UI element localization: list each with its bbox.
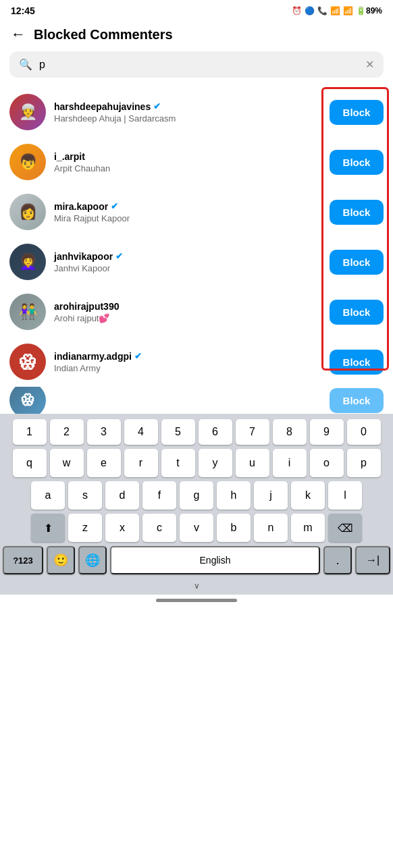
list-item: 👫 arohirajput390 Arohi rajput💕 Block (0, 287, 393, 337)
user-handle: janhvikapoor ✔ (54, 251, 321, 262)
emoji-key[interactable]: 🙂 (47, 546, 75, 574)
search-bar: 🔍 ✕ (9, 51, 384, 78)
key-g[interactable]: g (180, 481, 213, 510)
key-u[interactable]: u (236, 449, 269, 477)
key-2[interactable]: 2 (50, 419, 84, 445)
key-r[interactable]: r (124, 449, 158, 477)
key-3[interactable]: 3 (87, 419, 121, 445)
key-8[interactable]: 8 (273, 419, 307, 445)
key-p[interactable]: p (347, 449, 381, 477)
key-n[interactable]: n (254, 514, 288, 542)
list-item: 👳 harshdeepahujavines ✔ Harshdeep Ahuja … (0, 87, 393, 137)
block-button[interactable]: Block (330, 150, 384, 175)
key-6[interactable]: 6 (199, 419, 232, 445)
block-button[interactable]: Block (330, 250, 384, 275)
keyboard-bottom-bar: ∨ (3, 577, 390, 592)
user-info: janhvikapoor ✔ Janhvi Kapoor (54, 251, 321, 273)
key-5[interactable]: 5 (161, 419, 195, 445)
list-item: 🏵 indianarmy.adgpi ✔ Indian Army Block (0, 337, 393, 387)
status-icons: ⏰ 🔵 📞 📶 📶 🔋89% (292, 6, 382, 16)
avatar: 👦 (9, 144, 46, 180)
verified-badge: ✔ (111, 201, 118, 211)
block-button[interactable]: Block (330, 388, 384, 413)
clear-search-button[interactable]: ✕ (365, 58, 374, 71)
block-button[interactable]: Block (330, 300, 384, 325)
back-button[interactable]: ← (11, 26, 26, 43)
home-indicator (156, 599, 237, 602)
user-info: harshdeepahujavines ✔ Harshdeep Ahuja | … (54, 101, 321, 124)
user-display-name: Indian Army (54, 363, 321, 373)
status-time: 12:45 (11, 5, 35, 16)
keyboard: 1 2 3 4 5 6 7 8 9 0 q w e r t y u i o p … (0, 414, 393, 595)
block-button[interactable]: Block (330, 350, 384, 375)
key-9[interactable]: 9 (310, 419, 344, 445)
letter-row-2: a s d f g h j k l (3, 481, 390, 510)
verified-badge: ✔ (153, 101, 161, 111)
user-list: 👳 harshdeepahujavines ✔ Harshdeep Ahuja … (0, 87, 393, 414)
enter-key[interactable]: →| (355, 546, 390, 574)
key-o[interactable]: o (310, 449, 344, 477)
avatar: 👩‍🦱 (9, 244, 46, 280)
letter-row-1: q w e r t y u i o p (3, 449, 390, 477)
key-i[interactable]: i (273, 449, 307, 477)
key-z[interactable]: z (68, 514, 102, 542)
key-s[interactable]: s (68, 481, 102, 510)
user-info: arohirajput390 Arohi rajput💕 (54, 301, 321, 323)
call-icon: 📞 (317, 6, 328, 16)
signal-icon: 📶 (343, 6, 353, 16)
key-h[interactable]: h (217, 481, 251, 510)
key-v[interactable]: v (180, 514, 213, 542)
key-0[interactable]: 0 (347, 419, 381, 445)
wifi-icon: 📶 (330, 6, 340, 16)
key-q[interactable]: q (13, 449, 47, 477)
space-key[interactable]: English (110, 546, 320, 574)
key-m[interactable]: m (291, 514, 325, 542)
backspace-key[interactable]: ⌫ (328, 514, 362, 542)
numbers-symbols-key[interactable]: ?123 (3, 546, 43, 574)
key-a[interactable]: a (31, 481, 65, 510)
globe-key[interactable]: 🌐 (78, 546, 107, 574)
key-f[interactable]: f (142, 481, 176, 510)
user-display-name: Mira Rajput Kapoor (54, 213, 321, 223)
user-display-name: Harshdeep Ahuja | Sardarcasm (54, 113, 321, 124)
user-info: i_.arpit Arpit Chauhan (54, 151, 321, 173)
key-4[interactable]: 4 (124, 419, 158, 445)
collapse-icon[interactable]: ∨ (194, 581, 200, 591)
user-info: mira.kapoor ✔ Mira Rajput Kapoor (54, 201, 321, 223)
user-handle: arohirajput390 (54, 301, 321, 312)
verified-badge: ✔ (134, 351, 142, 361)
key-7[interactable]: 7 (236, 419, 269, 445)
avatar: 🏵 (9, 387, 46, 414)
key-b[interactable]: b (217, 514, 251, 542)
user-handle: i_.arpit (54, 151, 321, 162)
shift-key[interactable]: ⬆ (31, 514, 65, 542)
user-info: indianarmy.adgpi ✔ Indian Army (54, 351, 321, 373)
avatar: 👳 (9, 94, 46, 130)
search-input[interactable] (39, 59, 359, 71)
key-w[interactable]: w (50, 449, 84, 477)
list-item: 👦 i_.arpit Arpit Chauhan Block (0, 137, 393, 187)
user-display-name: Arohi rajput💕 (54, 313, 321, 323)
page-title: Blocked Commenters (34, 27, 173, 43)
search-icon: 🔍 (19, 58, 32, 71)
key-k[interactable]: k (291, 481, 325, 510)
key-1[interactable]: 1 (13, 419, 47, 445)
number-row: 1 2 3 4 5 6 7 8 9 0 (3, 419, 390, 445)
bluetooth-icon: 🔵 (305, 6, 315, 16)
avatar: 👫 (9, 294, 46, 330)
user-handle: indianarmy.adgpi ✔ (54, 351, 321, 362)
user-handle: harshdeepahujavines ✔ (54, 101, 321, 112)
key-l[interactable]: l (328, 481, 362, 510)
key-d[interactable]: d (105, 481, 139, 510)
key-j[interactable]: j (254, 481, 288, 510)
key-x[interactable]: x (105, 514, 139, 542)
key-t[interactable]: t (161, 449, 195, 477)
key-c[interactable]: c (142, 514, 176, 542)
user-display-name: Arpit Chauhan (54, 163, 321, 173)
status-bar: 12:45 ⏰ 🔵 📞 📶 📶 🔋89% (0, 0, 393, 19)
block-button[interactable]: Block (330, 100, 384, 125)
period-key[interactable]: . (323, 546, 352, 574)
key-e[interactable]: e (87, 449, 121, 477)
block-button[interactable]: Block (330, 200, 384, 225)
key-y[interactable]: y (199, 449, 232, 477)
